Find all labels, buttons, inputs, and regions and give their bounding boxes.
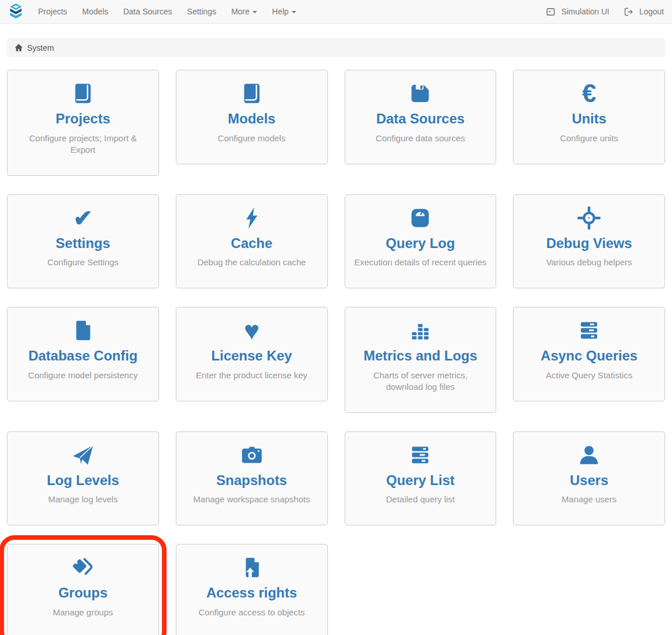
- card-subtitle: Charts of server metrics, download log f…: [354, 370, 486, 393]
- nav-item-projects[interactable]: Projects: [31, 0, 75, 23]
- card-data-sources[interactable]: Data SourcesConfigure data sources: [345, 70, 497, 164]
- card-units[interactable]: €UnitsConfigure units: [513, 70, 665, 164]
- card-title: License Key: [183, 348, 320, 364]
- card-subtitle: Manage workspace snapshots: [186, 494, 318, 505]
- scale-icon: [409, 206, 432, 230]
- card-users[interactable]: UsersManage users: [513, 431, 665, 526]
- card-models[interactable]: ModelsConfigure models: [176, 70, 328, 164]
- navbar-menu: ProjectsModelsData SourcesSettingsMoreHe…: [31, 0, 304, 23]
- tasks-icon: [409, 444, 432, 467]
- card-subtitle: Detailed query list: [354, 494, 486, 505]
- card-async-queries[interactable]: Async QueriesActive Query Statistics: [513, 307, 665, 401]
- card-icon-wrap: [352, 442, 489, 468]
- card-title: Groups: [14, 585, 152, 601]
- server-icon: [577, 319, 601, 342]
- card-subtitle: Debug the calculation cache: [186, 257, 318, 268]
- card-subtitle: Configure Settings: [17, 257, 149, 268]
- card-snapshots[interactable]: SnapshotsManage workspace snapshots: [176, 431, 328, 526]
- app-logo[interactable]: [8, 3, 24, 20]
- caret-down-icon: [252, 11, 257, 13]
- nav-item-help[interactable]: Help: [265, 0, 304, 23]
- card-database-config[interactable]: Database ConfigConfigure model persisten…: [7, 307, 159, 401]
- heart-icon: ♥: [244, 317, 259, 344]
- file-icon: [71, 319, 95, 342]
- nav-item-label: More: [231, 7, 250, 16]
- card-icon-wrap: [520, 442, 658, 468]
- card-title: Log Levels: [14, 472, 152, 489]
- nav-item-label: Simulation UI: [561, 7, 609, 16]
- card-debug-views[interactable]: Debug ViewsVarious debug helpers: [513, 194, 665, 289]
- nav-item-label: Settings: [187, 7, 217, 16]
- floppy-disk-icon: [409, 82, 432, 105]
- nav-item-logout[interactable]: Logout: [609, 0, 664, 23]
- card-title: Users: [520, 472, 658, 489]
- card-icon-wrap: [183, 205, 320, 231]
- home-icon: [14, 43, 23, 52]
- tags-icon: [71, 556, 95, 579]
- breadcrumb-icon-slot: [14, 43, 23, 52]
- card-projects[interactable]: ProjectsConfigure projects; Import & Exp…: [7, 70, 159, 176]
- nav-item-label: Projects: [38, 7, 67, 16]
- card-icon-wrap: [14, 81, 152, 106]
- card-metrics-and-logs[interactable]: Metrics and LogsCharts of server metrics…: [345, 307, 497, 413]
- card-icon-wrap: [520, 205, 658, 231]
- navbar-right: Simulation UILogout: [531, 0, 664, 23]
- nav-item-more[interactable]: More: [224, 0, 265, 23]
- card-subtitle: Configure model persistency: [17, 370, 149, 381]
- card-access-rights[interactable]: Access rightsConfigure access to objects: [176, 544, 328, 635]
- check-icon: ✔: [73, 206, 93, 230]
- card-query-list[interactable]: Query ListDetailed query list: [345, 431, 497, 526]
- card-subtitle: Configure access to objects: [186, 607, 318, 618]
- card-license-key[interactable]: ♥License KeyEnter the product license ke…: [176, 307, 328, 401]
- card-icon-wrap: ♥: [183, 318, 320, 343]
- crosshairs-icon: [577, 206, 601, 230]
- breadcrumb-item-system: System: [27, 43, 54, 52]
- nav-item-data-sources[interactable]: Data Sources: [116, 0, 180, 23]
- card-title: Query Log: [352, 235, 489, 251]
- card-title: Metrics and Logs: [352, 348, 489, 364]
- card-icon-wrap: [520, 318, 658, 343]
- card-subtitle: Various debug helpers: [523, 257, 655, 268]
- nav-item-label: Models: [82, 7, 108, 16]
- nav-item-settings[interactable]: Settings: [180, 0, 224, 23]
- card-query-log[interactable]: Query LogExecution details of recent que…: [345, 194, 497, 289]
- nav-item-models[interactable]: Models: [75, 0, 116, 23]
- book-icon: [71, 82, 95, 105]
- card-settings[interactable]: ✔SettingsConfigure Settings: [7, 194, 159, 289]
- card-icon-wrap: [183, 555, 320, 580]
- card-title: Units: [520, 111, 658, 127]
- navbar: ProjectsModelsData SourcesSettingsMoreHe…: [0, 0, 672, 24]
- card-title: Settings: [14, 235, 152, 251]
- card-title: Access rights: [183, 585, 320, 601]
- nav-item-label: Data Sources: [123, 7, 172, 16]
- card-subtitle: Manage groups: [17, 607, 149, 618]
- card-title: Snapshots: [183, 472, 320, 489]
- card-icon-wrap: ✔: [14, 205, 152, 231]
- stack-logo-icon: [8, 3, 24, 20]
- card-title: Data Sources: [352, 111, 489, 127]
- card-title: Database Config: [14, 348, 152, 364]
- card-title: Cache: [183, 235, 320, 251]
- breadcrumb: System: [7, 38, 665, 57]
- card-icon-wrap: [352, 81, 489, 106]
- card-icon-wrap: [14, 318, 152, 343]
- card-subtitle: Configure data sources: [354, 133, 486, 144]
- nav-item-simulation-ui[interactable]: Simulation UI: [531, 0, 609, 23]
- card-title: Async Queries: [520, 348, 658, 364]
- nav-item-label: Logout: [639, 7, 664, 16]
- caret-down-icon: [292, 11, 296, 13]
- bolt-icon: [240, 206, 263, 230]
- card-title: Projects: [14, 111, 152, 127]
- card-icon-wrap: [352, 205, 489, 231]
- card-groups[interactable]: GroupsManage groups: [7, 544, 159, 635]
- paper-plane-icon: [71, 444, 95, 467]
- card-icon-wrap: [352, 318, 489, 343]
- window-icon: [546, 7, 555, 16]
- card-icon-wrap: €: [520, 81, 658, 106]
- card-subtitle: Manage users: [523, 494, 655, 505]
- card-log-levels[interactable]: Log LevelsManage log levels: [7, 431, 159, 526]
- logout-icon: [624, 7, 633, 16]
- nav-item-label: Help: [272, 7, 289, 16]
- card-cache[interactable]: CacheDebug the calculation cache: [176, 194, 328, 289]
- card-title: Query List: [352, 472, 489, 489]
